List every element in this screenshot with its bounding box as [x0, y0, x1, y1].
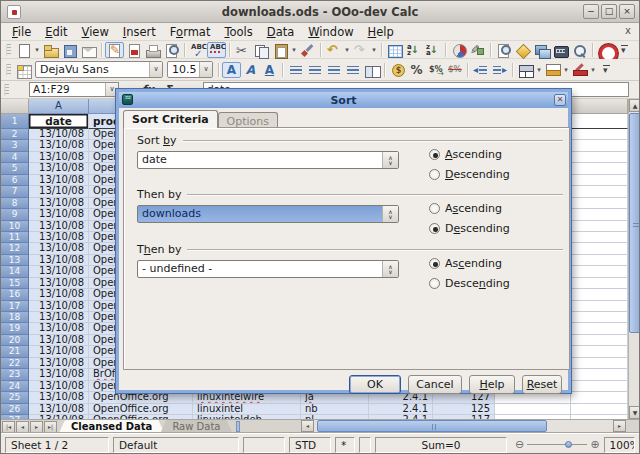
border-color-icon-dropdown[interactable]: ▾ [589, 62, 597, 78]
paste-icon-dropdown[interactable]: ▾ [290, 42, 298, 58]
cell-A18[interactable]: 13/10/08 [29, 312, 89, 323]
cell-A14[interactable]: 13/10/08 [29, 266, 89, 277]
background-color-icon-dropdown[interactable]: ▾ [562, 62, 570, 78]
cell-A10[interactable]: 13/10/08 [29, 221, 89, 232]
cell-19[interactable] [571, 323, 628, 334]
column-header-A[interactable]: A [29, 99, 89, 114]
cell-A15[interactable]: 13/10/08 [29, 278, 89, 289]
cell-A23[interactable]: 13/10/08 [29, 369, 89, 380]
cell-A19[interactable]: 13/10/08 [29, 323, 89, 334]
menu-tools[interactable]: Tools [217, 24, 259, 40]
cell-22[interactable] [571, 358, 628, 369]
ascending-radio-3[interactable]: Ascending [429, 257, 502, 270]
cell-7[interactable] [571, 186, 628, 197]
find-replace-icon[interactable] [494, 42, 513, 58]
cell-format-icon[interactable] [14, 62, 33, 78]
status-segment-3[interactable]: STD [289, 437, 331, 453]
row-header-10[interactable]: 10 [1, 221, 29, 232]
cell-A17[interactable]: 13/10/08 [29, 301, 89, 312]
copy-icon[interactable] [252, 42, 271, 58]
cell-A1[interactable]: date [29, 114, 89, 129]
print-icon[interactable] [143, 42, 162, 58]
cell-A22[interactable]: 13/10/08 [29, 358, 89, 369]
vertical-scrollbar[interactable]: ▲ ▼ [628, 99, 640, 419]
cell-14[interactable] [571, 266, 628, 277]
cell-D26[interactable]: nb [301, 404, 369, 415]
maximize-button[interactable]: □ [601, 4, 617, 19]
paste-icon[interactable] [271, 42, 290, 58]
align-right-icon[interactable] [324, 62, 343, 78]
row-header-2[interactable]: 2 [1, 129, 29, 140]
help-icon[interactable] [596, 42, 615, 58]
status-segment-0[interactable]: Sheet 1 / 2 [5, 437, 109, 453]
row-header-6[interactable]: 6 [1, 175, 29, 186]
percent-format-icon[interactable] [407, 62, 426, 78]
menu-edit[interactable]: Edit [38, 24, 74, 40]
row-header-3[interactable]: 3 [1, 140, 29, 151]
descending-radio-2[interactable]: Descending [429, 222, 510, 235]
cell-11[interactable] [571, 232, 628, 243]
dialog-tab-sort-criteria[interactable]: Sort Criteria [123, 110, 218, 128]
sort-descending-icon[interactable] [423, 42, 442, 58]
open-icon[interactable] [41, 42, 60, 58]
cancel-button[interactable]: Cancel [408, 375, 462, 394]
row-header-25[interactable]: 25 [1, 392, 29, 403]
cell-A12[interactable]: 13/10/08 [29, 243, 89, 254]
row-header-8[interactable]: 8 [1, 198, 29, 209]
row-header-7[interactable]: 7 [1, 186, 29, 197]
dialog-tab-options[interactable]: Options [218, 112, 278, 128]
borders-icon[interactable] [516, 62, 535, 78]
sort-field-combo-2[interactable]: downloads∧∨ [137, 205, 399, 223]
help-button[interactable]: Help [469, 375, 515, 394]
cell-A26[interactable]: 13/10/08 [29, 404, 89, 415]
close-button[interactable]: × [619, 4, 635, 19]
row-header-15[interactable]: 15 [1, 278, 29, 289]
underline-icon[interactable] [260, 62, 279, 78]
name-box[interactable]: A1:F29 ∨ [29, 82, 119, 97]
cell-A9[interactable]: 13/10/08 [29, 209, 89, 220]
row-header-16[interactable]: 16 [1, 289, 29, 300]
row-header-21[interactable]: 21 [1, 346, 29, 357]
minimize-button[interactable]: − [583, 4, 599, 19]
cell-8[interactable] [571, 198, 628, 209]
cell-13[interactable] [571, 255, 628, 266]
merge-cells-icon[interactable] [362, 62, 381, 78]
cell-23[interactable] [571, 369, 628, 380]
status-segment-6[interactable]: Sum=0 [375, 437, 507, 453]
zoom-in-icon[interactable]: ⊕ [590, 438, 599, 451]
cell-A20[interactable]: 13/10/08 [29, 335, 89, 346]
ascending-radio-1[interactable]: Ascending [429, 148, 502, 161]
next-sheet-icon[interactable]: ▸ [30, 421, 43, 433]
italic-icon[interactable] [241, 62, 260, 78]
add-decimal-icon[interactable] [426, 62, 445, 78]
sort-field-spin-icon-1[interactable]: ∧∨ [382, 152, 398, 168]
cell-12[interactable] [571, 243, 628, 254]
reset-button[interactable]: Reset [522, 375, 562, 394]
row-header-5[interactable]: 5 [1, 163, 29, 174]
auto-spellcheck-icon[interactable] [207, 42, 226, 58]
document-close-icon[interactable]: x [625, 25, 631, 36]
currency-format-icon[interactable] [388, 62, 407, 78]
descending-radio-3[interactable]: Descending [429, 277, 510, 290]
select-all-corner[interactable] [1, 99, 29, 114]
border-color-icon[interactable] [570, 62, 589, 78]
zoom-slider-track[interactable] [527, 444, 587, 445]
font-name-combo[interactable]: DejaVu Sans∨ [35, 61, 163, 78]
menu-format[interactable]: Format [163, 24, 218, 40]
borders-icon-dropdown[interactable]: ▾ [535, 62, 543, 78]
cell-A4[interactable]: 13/10/08 [29, 152, 89, 163]
justify-icon[interactable] [343, 62, 362, 78]
sort-ascending-icon[interactable] [404, 42, 423, 58]
cell-A7[interactable]: 13/10/08 [29, 186, 89, 197]
menu-insert[interactable]: Insert [116, 24, 163, 40]
scroll-right-icon[interactable]: ▸ [613, 420, 626, 432]
cell-25[interactable] [571, 392, 628, 403]
cell-C25[interactable]: linuxintelwire [193, 392, 301, 403]
align-center-icon[interactable] [305, 62, 324, 78]
row-header-4[interactable]: 4 [1, 152, 29, 163]
menu-help[interactable]: Help [361, 24, 401, 40]
edit-mode-icon[interactable] [105, 42, 124, 58]
cell-B26[interactable]: OpenOffice.org [89, 404, 193, 415]
align-left-icon[interactable] [286, 62, 305, 78]
horizontal-scrollbar-thumb[interactable] [317, 420, 547, 432]
